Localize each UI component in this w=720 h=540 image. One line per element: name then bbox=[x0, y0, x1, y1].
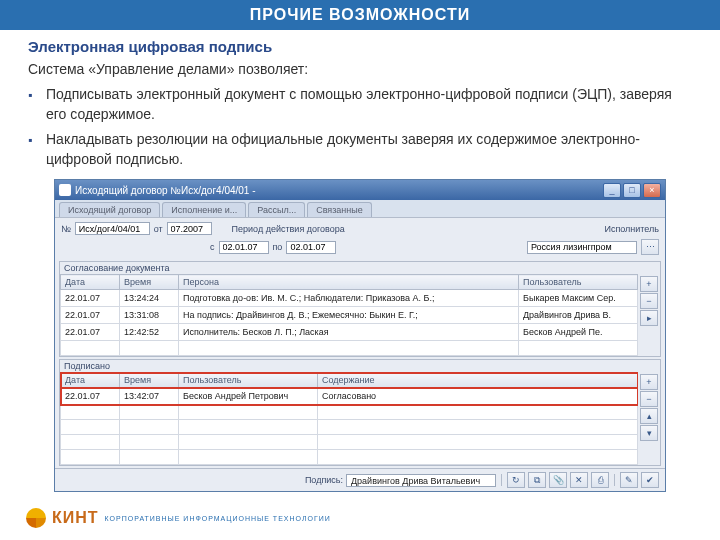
table-row[interactable]: 22.01.0712:42:52Исполнитель: Бесков Л. П… bbox=[61, 324, 638, 341]
tool-copy-icon[interactable]: ⧉ bbox=[528, 472, 546, 488]
signed-grid: Дата Время Пользователь Содержание 22.01… bbox=[60, 372, 638, 465]
isp-input[interactable] bbox=[527, 241, 637, 254]
logo-icon bbox=[26, 508, 46, 528]
table-row bbox=[61, 435, 638, 450]
ot-input[interactable] bbox=[167, 222, 212, 235]
table-row[interactable]: 22.01.0713:31:08На подпись: Драйвингов Д… bbox=[61, 307, 638, 324]
statusbar: Подпись: Драйвингов Дрива Витальевич ↻ ⧉… bbox=[55, 468, 665, 491]
titlebar: Исходящий договор №Исх/дог4/04/01 - _ □ … bbox=[55, 180, 665, 200]
s-input[interactable] bbox=[219, 241, 269, 254]
bullet-list: Подписывать электронный документ с помощ… bbox=[28, 85, 692, 169]
form-row-2: с по ⋯ bbox=[55, 239, 665, 259]
s-label: с bbox=[210, 242, 215, 252]
tab-bar: Исходящий договор Исполнение и... Рассыл… bbox=[55, 200, 665, 218]
tool-sign-icon[interactable]: ✎ bbox=[620, 472, 638, 488]
table-row bbox=[61, 405, 638, 420]
remove-button[interactable]: − bbox=[640, 391, 658, 407]
footer-logo: КИНТ КОРПОРАТИВНЫЕ ИНФОРМАЦИОННЫЕ ТЕХНОЛ… bbox=[0, 498, 720, 534]
table-row bbox=[61, 341, 638, 356]
po-label: по bbox=[273, 242, 283, 252]
num-input[interactable] bbox=[75, 222, 150, 235]
col-user[interactable]: Пользователь bbox=[519, 275, 638, 290]
logo-subtitle: КОРПОРАТИВНЫЕ ИНФОРМАЦИОННЫЕ ТЕХНОЛОГИИ bbox=[105, 515, 331, 522]
signed-box: Подписано Дата Время Пользователь Содерж… bbox=[59, 359, 661, 466]
approval-grid: Дата Время Персона Пользователь 22.01.07… bbox=[60, 274, 638, 356]
add-button[interactable]: + bbox=[640, 276, 658, 292]
slide-intro: Система «Управление делами» позволяет: bbox=[28, 61, 692, 77]
form-row: № от Период действия договора Исполнител… bbox=[55, 218, 665, 239]
up-button[interactable]: ▴ bbox=[640, 408, 658, 424]
num-label: № bbox=[61, 224, 71, 234]
isp-label: Исполнитель bbox=[604, 224, 659, 234]
tool-attach-icon[interactable]: 📎 bbox=[549, 472, 567, 488]
col-time[interactable]: Время bbox=[120, 275, 179, 290]
grid1-side-buttons: + − ▸ bbox=[638, 274, 660, 356]
close-button[interactable]: × bbox=[643, 183, 661, 198]
tool-config-icon[interactable]: ✕ bbox=[570, 472, 588, 488]
period-label: Период действия договора bbox=[232, 224, 345, 234]
approval-box: Согласование документа Дата Время Персон… bbox=[59, 261, 661, 357]
add-button[interactable]: + bbox=[640, 374, 658, 390]
tab-send[interactable]: Рассыл... bbox=[248, 202, 305, 217]
col-content[interactable]: Содержание bbox=[318, 373, 638, 388]
table-row[interactable]: 22.01.0713:24:24Подготовка до-ов: Ив. М.… bbox=[61, 290, 638, 307]
signature-field[interactable]: Драйвингов Дрива Витальевич bbox=[346, 474, 496, 487]
bullet-item: Накладывать резолюции на официальные док… bbox=[28, 130, 692, 169]
tool-refresh-icon[interactable]: ↻ bbox=[507, 472, 525, 488]
status-label: Подпись: bbox=[305, 475, 343, 485]
minimize-button[interactable]: _ bbox=[603, 183, 621, 198]
approval-title: Согласование документа bbox=[60, 262, 660, 274]
window-icon bbox=[59, 184, 71, 196]
grid2-side-buttons: + − ▴ ▾ bbox=[638, 372, 660, 465]
bullet-item: Подписывать электронный документ с помощ… bbox=[28, 85, 692, 124]
tab-exec[interactable]: Исполнение и... bbox=[162, 202, 246, 217]
isp-lookup-button[interactable]: ⋯ bbox=[641, 239, 659, 255]
table-row[interactable]: 22.01.0713:42:07Бесков Андрей ПетровичСо… bbox=[61, 388, 638, 405]
tool-print-icon[interactable]: ⎙ bbox=[591, 472, 609, 488]
table-row bbox=[61, 420, 638, 435]
remove-button[interactable]: − bbox=[640, 293, 658, 309]
signed-title: Подписано bbox=[60, 360, 660, 372]
col-date[interactable]: Дата bbox=[61, 373, 120, 388]
app-window: Исходящий договор №Исх/дог4/04/01 - _ □ … bbox=[54, 179, 666, 492]
edit-button[interactable]: ▸ bbox=[640, 310, 658, 326]
col-person[interactable]: Персона bbox=[179, 275, 519, 290]
tool-check-icon[interactable]: ✔ bbox=[641, 472, 659, 488]
col-user[interactable]: Пользователь bbox=[179, 373, 318, 388]
maximize-button[interactable]: □ bbox=[623, 183, 641, 198]
window-title: Исходящий договор №Исх/дог4/04/01 - bbox=[75, 185, 603, 196]
down-button[interactable]: ▾ bbox=[640, 425, 658, 441]
tab-linked[interactable]: Связанные bbox=[307, 202, 372, 217]
logo-text: КИНТ bbox=[52, 509, 99, 527]
slide-body: Электронная цифровая подпись Система «Уп… bbox=[0, 30, 720, 498]
col-time[interactable]: Время bbox=[120, 373, 179, 388]
ot-label: от bbox=[154, 224, 163, 234]
col-date[interactable]: Дата bbox=[61, 275, 120, 290]
slide-subtitle: Электронная цифровая подпись bbox=[28, 38, 692, 55]
slide-header: ПРОЧИЕ ВОЗМОЖНОСТИ bbox=[0, 0, 720, 30]
tab-doc[interactable]: Исходящий договор bbox=[59, 202, 160, 217]
po-input[interactable] bbox=[286, 241, 336, 254]
table-row bbox=[61, 450, 638, 465]
